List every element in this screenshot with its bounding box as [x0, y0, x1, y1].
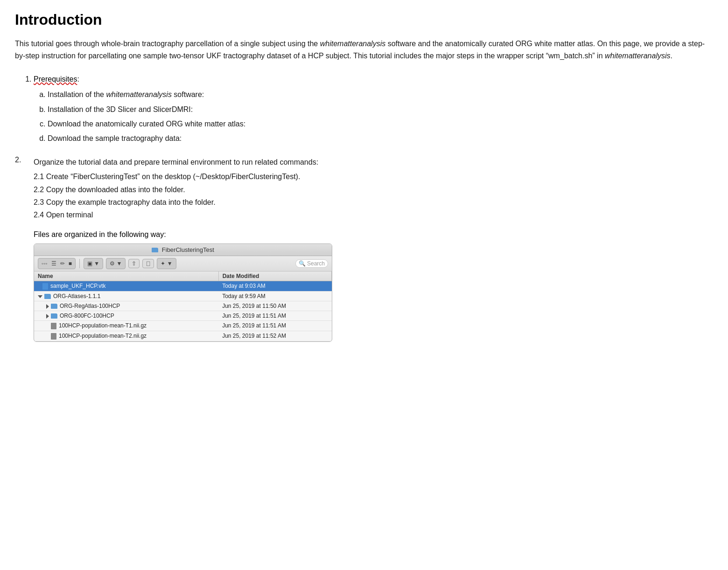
section-1-item: Prerequisites: Installation of the white… [34, 73, 713, 145]
step-2-2: 2.2 Copy the downloaded atlas into the f… [34, 183, 332, 196]
section-2-content: Organize the tutorial data and prepare t… [34, 156, 332, 341]
section-2-container: 2. Organize the tutorial data and prepar… [15, 156, 713, 341]
finder-table-body: sample_UKF_HCP.vtkToday at 9:03 AMORG-At… [34, 281, 332, 341]
finder-cell-name: ORG-800FC-100HCP [34, 311, 218, 320]
file-icon-vtk [42, 283, 48, 290]
section-1-list: Prerequisites: Installation of the white… [15, 73, 713, 145]
files-section: Files are organized in the following way… [34, 230, 332, 341]
finder-cell-date: Today at 9:03 AM [218, 281, 331, 292]
finder-cell-name: 100HCP-population-mean-T2.nii.gz [34, 331, 218, 341]
share-btn[interactable]: ⇧ [128, 259, 140, 268]
arrange-group[interactable]: ▣ ▼ [84, 258, 103, 269]
finder-cell-date: Jun 25, 2019 at 11:50 AM [218, 301, 331, 311]
column-view-btn[interactable]: ✏ [59, 259, 66, 268]
dropbox-btn[interactable]: ✦ ▼ [159, 259, 174, 268]
collapse-icon [46, 304, 49, 309]
folder-icon [44, 294, 51, 299]
section-2-title: Organize the tutorial data and prepare t… [34, 156, 332, 168]
file-name: ORG-800FC-100HCP [60, 313, 114, 319]
finder-row[interactable]: sample_UKF_HCP.vtkToday at 9:03 AM [34, 281, 332, 292]
file-name: 100HCP-population-mean-T2.nii.gz [59, 333, 147, 339]
finder-folder-icon [152, 248, 158, 252]
finder-row[interactable]: 100HCP-population-mean-T2.nii.gzJun 25, … [34, 331, 332, 341]
step-2-1: 2.1 Create “FiberClusteringTest” on the … [34, 170, 332, 183]
finder-cell-date: Jun 25, 2019 at 11:52 AM [218, 331, 331, 341]
icon-view-btn[interactable]: ◦◦◦ [40, 259, 49, 268]
collapse-icon [46, 314, 49, 319]
finder-cell-date: Today at 9:59 AM [218, 291, 331, 301]
expand-icon [38, 295, 42, 298]
section-2-steps: 2.1 Create “FiberClusteringTest” on the … [34, 170, 332, 221]
action-group[interactable]: ⚙ ▼ [106, 258, 126, 269]
folder-icon [51, 313, 57, 319]
col-name-header: Name [34, 271, 218, 281]
finder-row[interactable]: ORG-RegAtlas-100HCPJun 25, 2019 at 11:50… [34, 301, 332, 311]
file-icon-gz [51, 333, 56, 340]
file-icon-gz [51, 323, 56, 329]
finder-search-box[interactable]: 🔍 Search [295, 259, 328, 268]
folder-icon [51, 304, 57, 309]
finder-titlebar: FiberClusteringTest [34, 244, 332, 256]
prerequisites-sublist: Installation of the whitematteranalysis … [34, 88, 713, 145]
intro-text-3: . [671, 52, 672, 60]
arrange-btn[interactable]: ▣ ▼ [86, 259, 101, 268]
col-date-header: Date Modified [218, 271, 331, 281]
search-icon: 🔍 [299, 260, 306, 267]
intro-text-1: This tutorial goes through whole-brain t… [15, 40, 320, 48]
finder-cell-name: 100HCP-population-mean-T1.nii.gz [34, 320, 218, 331]
file-name: ORG-Atlases-1.1.1 [53, 293, 100, 299]
file-name: 100HCP-population-mean-T1.nii.gz [59, 322, 147, 329]
list-view-btn[interactable]: ☰ [50, 259, 58, 268]
finder-toolbar[interactable]: ◦◦◦ ☰ ✏ ■ ▣ ▼ ⚙ ▼ ⇧ ⎕ ✦ ▼ [34, 256, 332, 271]
toolbar-divider-1 [79, 259, 80, 268]
step-2-4: 2.4 Open terminal [34, 209, 332, 221]
finder-row[interactable]: 100HCP-population-mean-T1.nii.gzJun 25, … [34, 320, 332, 331]
search-placeholder: Search [307, 260, 325, 267]
finder-cell-date: Jun 25, 2019 at 11:51 AM [218, 320, 331, 331]
finder-window: FiberClusteringTest ◦◦◦ ☰ ✏ ■ ▣ ▼ [34, 243, 332, 341]
gallery-view-btn[interactable]: ■ [67, 259, 73, 268]
intro-paragraph: This tutorial goes through whole-brain t… [15, 38, 713, 62]
page-title: Introduction [15, 11, 713, 28]
finder-cell-name: ORG-Atlases-1.1.1 [34, 291, 218, 301]
view-icons-group[interactable]: ◦◦◦ ☰ ✏ ■ [38, 258, 76, 269]
prereq-item-a: Installation of the whitematteranalysis … [48, 88, 713, 101]
action-btn[interactable]: ⚙ ▼ [108, 259, 123, 268]
finder-file-table: Name Date Modified sample_UKF_HCP.vtkTod… [34, 271, 332, 341]
dropbox-group[interactable]: ✦ ▼ [157, 258, 176, 269]
finder-cell-name: sample_UKF_HCP.vtk [34, 281, 218, 292]
prereq-item-d: Download the sample tractography data: [48, 132, 713, 145]
prereq-item-b: Installation of the 3D Slicer and Slicer… [48, 103, 713, 116]
finder-row[interactable]: ORG-800FC-100HCPJun 25, 2019 at 11:51 AM [34, 311, 332, 320]
file-name: ORG-RegAtlas-100HCP [60, 303, 120, 309]
section-2-number: 2. [15, 156, 34, 341]
intro-italic-2: whitematteranalysis [605, 52, 671, 60]
finder-table-header: Name Date Modified [34, 271, 332, 281]
files-label: Files are organized in the following way… [34, 230, 332, 239]
intro-italic-1: whitematteranalysis [320, 40, 386, 48]
space-btn[interactable]: ⎕ [142, 259, 154, 268]
finder-cell-name: ORG-RegAtlas-100HCP [34, 301, 218, 311]
prereq-item-c: Download the anatomically curated ORG wh… [48, 118, 713, 130]
prerequisites-link[interactable]: Prerequisites [34, 75, 77, 83]
finder-title: FiberClusteringTest [162, 246, 214, 253]
prereq-italic: whitematteranalysis [106, 90, 172, 98]
file-name: sample_UKF_HCP.vtk [50, 283, 106, 289]
step-2-3: 2.3 Copy the example tractography data i… [34, 196, 332, 209]
finder-row[interactable]: ORG-Atlases-1.1.1Today at 9:59 AM [34, 291, 332, 301]
finder-cell-date: Jun 25, 2019 at 11:51 AM [218, 311, 331, 320]
